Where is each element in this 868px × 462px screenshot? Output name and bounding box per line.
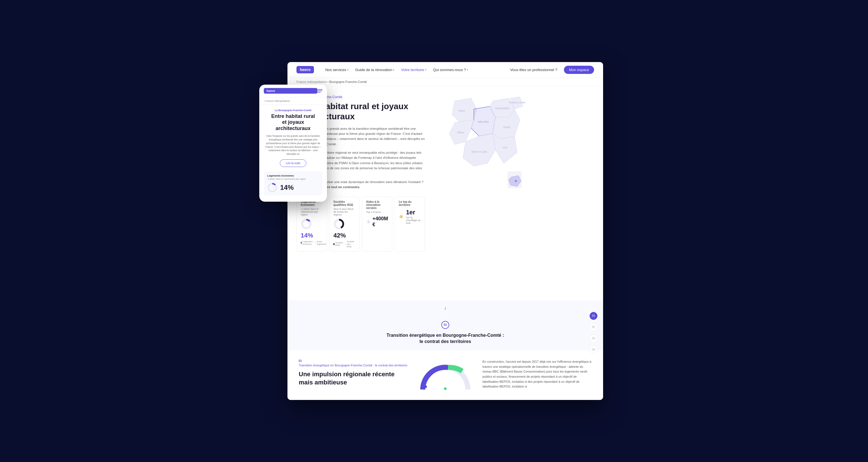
bottom-left: 01 Transition énergétique en Bourgogne-F… xyxy=(299,359,408,391)
donut-chart-2 xyxy=(333,218,345,230)
mobile-logo: heero xyxy=(264,88,317,94)
mobile-breadcrumb[interactable]: ‹ France métropolitaine xyxy=(259,97,327,105)
svg-point-24 xyxy=(444,387,447,390)
nav-pro-label[interactable]: Vous êtes un professionnel ? xyxy=(510,68,557,72)
chevron-down-icon: ▾ xyxy=(467,68,468,71)
sidebar-navigation: 01 02 03 04 xyxy=(590,312,597,354)
stat-legend-2: Société RGE Société non RGE xyxy=(333,240,355,248)
mobile-stat-value: 14% xyxy=(280,183,293,192)
mobile-body: Faire l'impasse sur les grands axes de l… xyxy=(264,134,322,156)
stat-card-top: Le top du territoire ★ 1er Sur le chauff… xyxy=(395,197,425,252)
arrow-section: ↓ xyxy=(287,300,603,315)
nav-logo[interactable]: heero xyxy=(297,66,314,73)
mobile-preview: heero ‹ France métropolitaine La Bourgog… xyxy=(259,85,327,202)
stat-label-3: Aides à la rénovation versées xyxy=(366,200,388,209)
main-nav: heero Nos services ▾ Guide de la rénovat… xyxy=(287,62,603,78)
svg-text:Haute-Saône: Haute-Saône xyxy=(495,107,509,110)
svg-text:Côte-d'Or: Côte-d'Or xyxy=(478,120,489,123)
stat-value-2: 42% xyxy=(333,232,355,239)
sidebar-num-1[interactable]: 01 xyxy=(590,312,597,320)
nav-item-services[interactable]: Nos services ▾ xyxy=(325,68,348,72)
stat-value-4: 1er xyxy=(406,209,421,216)
chevron-down-icon: ▾ xyxy=(425,68,426,71)
stat-card-aides: Aides à la rénovation versées Top 3 Fran… xyxy=(362,197,392,252)
svg-text:Saône et Loire: Saône et Loire xyxy=(471,150,487,153)
page-wrapper: heero ‹ France métropolitaine La Bourgog… xyxy=(265,62,603,400)
chevron-down-icon: ▾ xyxy=(393,68,394,71)
map-area: Yonne Côte-d'Or Haute-Saône Territoire d… xyxy=(434,86,530,300)
breadcrumb: France métropolitaine › Bourgogne-Franch… xyxy=(287,78,603,86)
donut-chart-1 xyxy=(301,218,312,230)
mobile-stat-card: Logements économes -1 place dans le clas… xyxy=(264,172,322,196)
mobile-stat-label: Logements économes xyxy=(267,174,319,177)
arrow-down-icon: ↓ xyxy=(444,305,447,311)
stat-legend-1: Logement économe Autre logement xyxy=(301,240,323,246)
nav-item-territoire[interactable]: Votre territoire ▾ xyxy=(401,68,426,72)
people-icon xyxy=(366,216,370,227)
medal-icon: ★ xyxy=(399,212,404,221)
read-more-button[interactable]: Lire la suite xyxy=(280,160,306,167)
semicircle-chart xyxy=(417,359,473,391)
stat-value-1: 14% xyxy=(301,232,323,239)
sidebar-num-2[interactable]: 02 xyxy=(590,323,597,331)
mobile-nav: heero xyxy=(259,85,327,97)
mon-espace-button[interactable]: Mon espace xyxy=(564,66,594,74)
nav-item-guide[interactable]: Guide de la rénovation ▾ xyxy=(355,68,395,72)
hamburger-icon[interactable] xyxy=(317,89,322,92)
stat-card-rge: Sociétés qualifiées RGE Taux le plus éle… xyxy=(329,197,360,252)
section-title-area: 01 Transition énergétique en Bourgogne-F… xyxy=(287,315,603,351)
bottom-section-sub: Transition énergétique en Bourgogne-Fran… xyxy=(299,364,408,367)
content-area: La Bourgogne-Franche-Comté Entre habitat… xyxy=(287,86,603,300)
nav-item-about[interactable]: Qui sommes-nous ? ▾ xyxy=(433,68,468,72)
stat-sublabel-1: -1 place dans le classement par région xyxy=(301,208,323,216)
section-number: 01 xyxy=(441,321,449,329)
svg-point-23 xyxy=(424,385,427,388)
stat-label-2: Sociétés qualifiées RGE xyxy=(333,200,355,206)
bottom-right: En construction, l'accent est depuis 201… xyxy=(483,359,592,391)
section-title: Transition énergétique en Bourgogne-Fran… xyxy=(386,332,504,345)
mobile-stat-row: 14% xyxy=(267,182,319,193)
stats-row: Logements économes -1 place dans le clas… xyxy=(297,197,425,252)
mobile-donut-chart xyxy=(267,182,277,193)
mobile-content: La Bourgogne-Franche-Comté Entre habitat… xyxy=(259,105,327,202)
stat-sublabel-3: Top 3 France xyxy=(366,211,388,213)
svg-point-8 xyxy=(368,220,369,222)
mobile-title: Entre habitat ruralet joyauxarchitectura… xyxy=(264,113,322,132)
svg-text:Nièvre: Nièvre xyxy=(457,131,464,134)
svg-text:Jura: Jura xyxy=(502,146,507,149)
sidebar-num-3[interactable]: 03 xyxy=(590,335,597,342)
svg-text:Territoire de Belfort: Territoire de Belfort xyxy=(509,101,525,103)
breadcrumb-parent[interactable]: France métropolitaine xyxy=(297,80,327,84)
stat-sublabel-4: Sur le chauffage au bois xyxy=(406,216,421,225)
svg-text:Yonne: Yonne xyxy=(458,110,465,112)
bottom-section-num: 01 xyxy=(299,359,408,363)
chevron-down-icon: ▾ xyxy=(347,68,349,71)
svg-point-6 xyxy=(367,220,368,222)
region-map: Yonne Côte-d'Or Haute-Saône Territoire d… xyxy=(438,93,525,196)
stat-value-3: +400M € xyxy=(372,216,388,228)
svg-text:Doubs: Doubs xyxy=(503,126,510,128)
mobile-region-label: La Bourgogne-Franche-Comté xyxy=(264,109,322,112)
breadcrumb-current: Bourgogne-Franche-Comté xyxy=(329,80,367,84)
semicircle-svg xyxy=(420,363,471,391)
bottom-text: En construction, l'accent est depuis 201… xyxy=(483,359,592,389)
sidebar-num-4[interactable]: 04 xyxy=(590,346,597,354)
desktop-window: heero Nos services ▾ Guide de la rénovat… xyxy=(287,62,603,400)
bottom-section-title: Une impulsion régionale récente mais amb… xyxy=(299,370,408,386)
mobile-stat-sub: -1 place dans le classement par région xyxy=(267,178,319,180)
stat-label-4: Le top du territoire xyxy=(399,200,421,206)
svg-point-22 xyxy=(515,180,517,182)
stat-card-logements: Logements économes -1 place dans le clas… xyxy=(297,197,327,252)
stat-sublabel-2: Taux le plus élevé de toutes les régions xyxy=(333,208,355,216)
bottom-section: 01 Transition énergétique en Bourgogne-F… xyxy=(287,350,603,400)
svg-point-9 xyxy=(368,222,369,223)
